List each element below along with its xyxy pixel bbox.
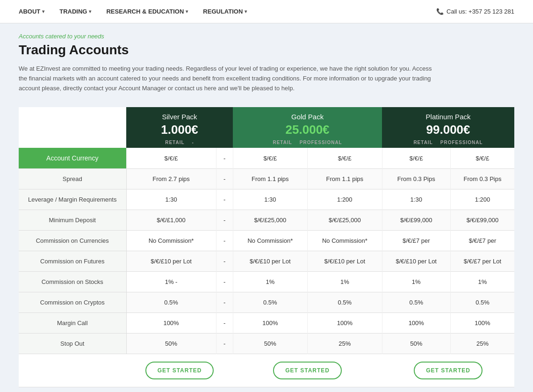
table-cell: 0.5% (126, 292, 216, 313)
table-cell: 25% (308, 334, 382, 354)
platinum-pack-header: Platinum Pack 99.000€ RETAIL PROFESSIONA… (382, 107, 514, 148)
table-cell: - (216, 189, 233, 210)
table-cell: 1:30 (233, 189, 307, 210)
table-cell: $/€/£ (450, 148, 514, 169)
nav-item-trading[interactable]: TRADING ▾ (59, 8, 91, 15)
phone-number: 📞 Call us: +357 25 123 281 (436, 8, 514, 15)
table-cell: From 1.1 pips (308, 169, 382, 189)
table-cell: 100% (126, 313, 216, 334)
table-row: Commission on CurrenciesNo Commission*-N… (19, 231, 514, 251)
table-cell: 0.5% (308, 292, 382, 313)
table-cell: $/€/£ (382, 148, 450, 169)
pack-header-row: Silver Pack 1.000€ RETAIL - Gold Pack 25… (19, 107, 514, 148)
table-cell: 0.5% (233, 292, 307, 313)
table-cell: 1:30 (126, 189, 216, 210)
table-row: Stop Out50%-50%25%50%25% (19, 334, 514, 354)
table-cell: 100% (450, 313, 514, 334)
nav-item-about[interactable]: ABOUT ▾ (19, 8, 44, 15)
table-cell: $/€/£25,000 (308, 210, 382, 231)
table-cell: 0.5% (382, 292, 450, 313)
table-cell: 50% (382, 334, 450, 354)
gold-pack-header: Gold Pack 25.000€ RETAIL PROFESSIONAL (233, 107, 382, 148)
table-cell: - (216, 272, 233, 292)
platinum-get-started-button[interactable]: GET STARTED (414, 362, 483, 379)
silver-pack-header: Silver Pack 1.000€ RETAIL - (126, 107, 233, 148)
table-cell: $/€/£1,000 (126, 210, 216, 231)
chevron-down-icon: ▾ (89, 9, 91, 14)
table-cell: 50% (233, 334, 307, 354)
main-content: Accounts catered to your needs Trading A… (9, 23, 524, 392)
comparison-table-wrapper: Silver Pack 1.000€ RETAIL - Gold Pack 25… (19, 107, 514, 387)
chevron-down-icon: ▾ (245, 9, 247, 14)
table-cell: - (216, 148, 233, 169)
table-cell: $/€/£7 per Lot (450, 251, 514, 272)
table-cell: 100% (308, 313, 382, 334)
navigation: ABOUT ▾ TRADING ▾ RESEARCH & EDUCATION ▾… (0, 0, 533, 23)
row-label: Commission on Stocks (19, 272, 126, 292)
table-cell: 1:200 (450, 189, 514, 210)
table-cell: From 0.3 Pips (382, 169, 450, 189)
table-cell: - (216, 169, 233, 189)
table-cell: $/€/£ (126, 148, 216, 169)
gold-get-started-button[interactable]: GET STARTED (273, 362, 342, 379)
get-started-row: GET STARTEDGET STARTEDGET STARTED (19, 354, 514, 387)
table-cell: - (216, 210, 233, 231)
row-label: Leverage / Margin Requirements (19, 189, 126, 210)
table-cell: - (216, 231, 233, 251)
table-row: Commission on Cryptos0.5%-0.5%0.5%0.5%0.… (19, 292, 514, 313)
table-cell: $/€/£99,000 (382, 210, 450, 231)
table-cell: 1% - (126, 272, 216, 292)
nav-item-research[interactable]: RESEARCH & EDUCATION ▾ (106, 8, 188, 15)
table-cell: No Commission* (308, 231, 382, 251)
row-label: Margin Call (19, 313, 126, 334)
table-row: Commission on Futures$/€/£10 per Lot-$/€… (19, 251, 514, 272)
nav-item-regulation[interactable]: REGULATION ▾ (203, 8, 247, 15)
table-cell: $/€/£ (233, 148, 307, 169)
table-cell: 1% (233, 272, 307, 292)
row-label: Account Currency (19, 148, 126, 169)
table-row: Leverage / Margin Requirements1:30-1:301… (19, 189, 514, 210)
page-title: Trading Accounts (19, 43, 514, 58)
table-cell: $/€/£7 per (382, 231, 450, 251)
table-cell: $/€/£10 per Lot (308, 251, 382, 272)
table-cell: 1:30 (382, 189, 450, 210)
table-cell: 25% (450, 334, 514, 354)
table-cell: 50% (126, 334, 216, 354)
row-label: Commission on Cryptos (19, 292, 126, 313)
row-label: Minimum Deposit (19, 210, 126, 231)
table-cell: - (216, 251, 233, 272)
row-label: Spread (19, 169, 126, 189)
table-cell: $/€/£10 per Lot (126, 251, 216, 272)
table-row: Account Currency$/€/£-$/€/£$/€/£$/€/£$/€… (19, 148, 514, 169)
chevron-down-icon: ▾ (42, 9, 44, 14)
table-cell: From 0.3 Pips (450, 169, 514, 189)
table-cell: - (216, 313, 233, 334)
table-cell: 1% (382, 272, 450, 292)
page-subtitle: Accounts catered to your needs (19, 33, 514, 40)
table-cell: 100% (382, 313, 450, 334)
table-cell: No Commission* (233, 231, 307, 251)
table-cell: $/€/£10 per Lot (382, 251, 450, 272)
table-cell: - (216, 334, 233, 354)
row-label: Stop Out (19, 334, 126, 354)
table-cell: 1% (450, 272, 514, 292)
phone-icon: 📞 (436, 8, 444, 15)
table-row: Margin Call100%-100%100%100%100% (19, 313, 514, 334)
row-label: Commission on Currencies (19, 231, 126, 251)
table-row: Minimum Deposit$/€/£1,000-$/€/£25,000$/€… (19, 210, 514, 231)
table-cell: 0.5% (450, 292, 514, 313)
table-cell: $/€/£10 per Lot (233, 251, 307, 272)
silver-get-started-button[interactable]: GET STARTED (145, 362, 214, 379)
table-cell: No Commission* (126, 231, 216, 251)
table-cell: 1:200 (308, 189, 382, 210)
table-row: Commission on Stocks1% --1%1%1%1% (19, 272, 514, 292)
row-label: Commission on Futures (19, 251, 126, 272)
chevron-down-icon: ▾ (186, 9, 188, 14)
comparison-table: Silver Pack 1.000€ RETAIL - Gold Pack 25… (19, 107, 514, 387)
table-cell: From 1.1 pips (233, 169, 307, 189)
table-cell: $/€/£99,000 (450, 210, 514, 231)
table-cell: - (216, 292, 233, 313)
table-cell: $/€/£25,000 (233, 210, 307, 231)
table-row: SpreadFrom 2.7 pips-From 1.1 pipsFrom 1.… (19, 169, 514, 189)
table-cell: $/€/£7 per (450, 231, 514, 251)
